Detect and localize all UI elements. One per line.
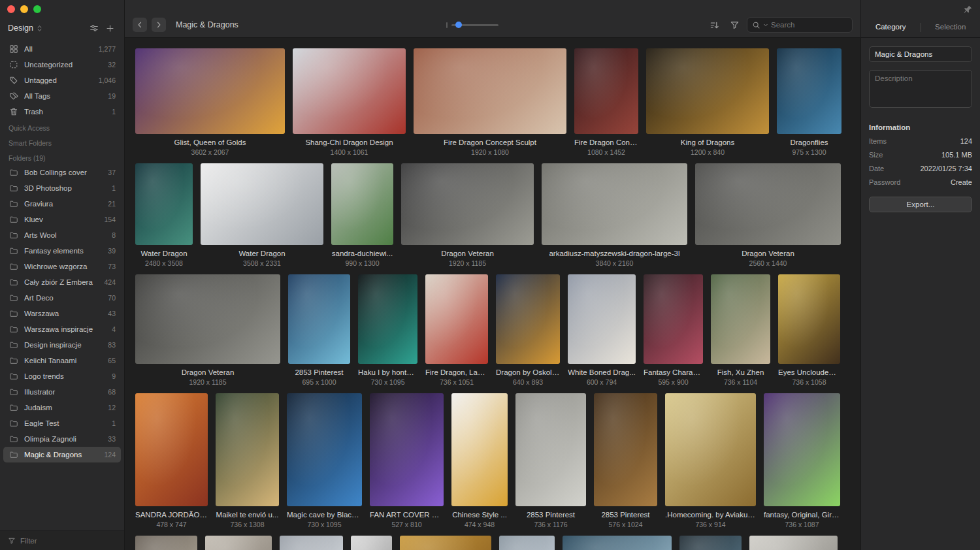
sidebar-folder-olimpia-zagnoli[interactable]: Olimpia Zagnoli33 <box>3 431 121 447</box>
zoom-slider-thumb[interactable] <box>455 22 462 28</box>
section-smart-folders[interactable]: Smart Folders <box>0 137 124 150</box>
sidebar-folder-arts-wool[interactable]: Arts Wool8 <box>3 227 121 243</box>
sort-folders-button[interactable] <box>88 22 101 35</box>
grid-item[interactable]: Fire Dragon Conc...1080 x 1452 <box>574 48 638 157</box>
grid-item[interactable]: Eyes Unclouded ...736 x 1058 <box>778 274 840 387</box>
grid-item[interactable]: Fire Dragon Concept Sculpt1920 x 1080 <box>414 48 566 157</box>
sidebar-folder-graviura[interactable]: Graviura21 <box>3 196 121 212</box>
grid-item[interactable]: Fire Dragon, Labr...736 x 1051 <box>425 274 488 387</box>
description-textarea[interactable] <box>869 70 972 108</box>
grid-item[interactable]: Maikel te envió u...736 x 1308 <box>216 393 279 529</box>
grid-item[interactable]: 2853 Pinterest695 x 1000 <box>288 274 350 387</box>
zoom-slider-track[interactable] <box>451 24 498 26</box>
grid-item[interactable]: Shang-Chi Dragon Design1400 x 1061 <box>293 48 406 157</box>
grid-item[interactable] <box>679 536 742 550</box>
grid-item[interactable]: Dragon by Oskolo...640 x 893 <box>496 274 560 387</box>
add-folder-button[interactable] <box>103 22 116 35</box>
tab-selection[interactable]: Selection <box>921 23 980 37</box>
grid-item[interactable]: fantasy, Original, Girl,...736 x 1087 <box>764 393 840 529</box>
sidebar-item-trash[interactable]: Trash1 <box>3 104 121 120</box>
section-quick-access[interactable]: Quick Access <box>0 121 124 135</box>
grid-item[interactable]: Magic cave by Black-...730 x 1095 <box>287 393 362 529</box>
grid-item[interactable]: Dragon Veteran1920 x 1185 <box>401 163 534 268</box>
grid-item[interactable] <box>280 536 343 550</box>
grid-item[interactable]: arkadiusz-matyszewski-dragon-large-3l384… <box>542 163 687 268</box>
zoom-slider[interactable] <box>446 22 498 28</box>
sidebar-folder-design-inspiracje[interactable]: Design inspiracje83 <box>3 337 121 353</box>
thumbnail-image <box>496 274 560 364</box>
sidebar-folder-kluev[interactable]: Kluev154 <box>3 212 121 227</box>
grid-item[interactable] <box>135 536 197 550</box>
chevron-down-icon[interactable] <box>763 22 768 27</box>
grid-item[interactable]: Water Dragon2480 x 3508 <box>135 163 193 268</box>
zoom-slider-tick <box>446 22 448 28</box>
sidebar-folder-art-deco[interactable]: Art Deco70 <box>3 290 121 306</box>
pin-icon[interactable] <box>963 5 973 14</box>
grid-item[interactable] <box>499 536 555 550</box>
sidebar-folder-bob-collings-cover[interactable]: Bob Collings cover37 <box>3 165 121 180</box>
minimize-button[interactable] <box>20 5 28 13</box>
folder-label: Illustrator <box>24 388 103 396</box>
password-create-link[interactable]: Create <box>951 178 972 186</box>
thumbnail-image <box>288 274 350 364</box>
funnel-icon <box>730 20 740 30</box>
grid-item[interactable] <box>205 536 272 550</box>
grid-item[interactable]: Dragon Veteran2560 x 1440 <box>695 163 841 268</box>
sidebar-folder-judaism[interactable]: Judaism12 <box>3 400 121 415</box>
section-folders[interactable]: Folders (19) <box>0 152 124 165</box>
grid-item[interactable] <box>749 536 838 550</box>
forward-button[interactable] <box>152 18 166 32</box>
grid-item[interactable]: sandra-duchiewi...990 x 1300 <box>331 163 393 268</box>
sidebar-folder-illustrator[interactable]: Illustrator68 <box>3 384 121 400</box>
sidebar-folder-ca-y-zbi-r-z-embera[interactable]: Cały zbiór Z Embera424 <box>3 274 121 290</box>
filter-input[interactable] <box>20 537 105 545</box>
sidebar-folder-wichrowe-wzgorza[interactable]: Wichrowe wzgorza73 <box>3 259 121 274</box>
grid-item[interactable]: 2853 Pinterest736 x 1176 <box>515 393 586 529</box>
grid-item[interactable]: Dragon Veteran1920 x 1185 <box>135 274 280 387</box>
sidebar-folder-fantasy-elements[interactable]: Fantasy elements39 <box>3 243 121 259</box>
sidebar-item-untagged[interactable]: Untagged1,046 <box>3 73 121 88</box>
sidebar-item-all-tags[interactable]: All Tags19 <box>3 88 121 104</box>
sidebar-folder-magic-dragons[interactable]: Magic & Dragons124 <box>3 447 121 462</box>
sidebar-item-uncategorized[interactable]: Uncategorized32 <box>3 57 121 73</box>
sidebar-item-all[interactable]: All1,277 <box>3 41 121 57</box>
grid-item[interactable]: 2853 Pinterest576 x 1024 <box>594 393 657 529</box>
thumbnail-caption: 2853 Pinterest736 x 1176 <box>515 510 586 529</box>
search-box[interactable] <box>747 17 853 33</box>
sidebar-folder-3d-photoshop[interactable]: 3D Photoshop1 <box>3 180 121 196</box>
sidebar-folder-warszawa[interactable]: Warszawa43 <box>3 306 121 321</box>
grid-item[interactable] <box>400 536 491 550</box>
thumbnail-dims: 576 x 1024 <box>594 521 657 529</box>
back-button[interactable] <box>133 18 147 32</box>
search-input[interactable] <box>771 21 847 29</box>
grid-item[interactable]: Dragonflies975 x 1300 <box>777 48 841 157</box>
grid-item[interactable] <box>563 536 672 550</box>
sort-button[interactable] <box>706 17 722 33</box>
sidebar-folder-eagle-test[interactable]: Eagle Test1 <box>3 415 121 431</box>
folder-count: 424 <box>104 278 116 286</box>
thumbnail-title: Fire Dragon Concept Sculpt <box>414 138 566 147</box>
grid-item[interactable]: Glist, Queen of Golds3602 x 2067 <box>135 48 285 157</box>
grid-item[interactable]: Fish, Xu Zhen736 x 1104 <box>711 274 770 387</box>
sidebar-folder-logo-trends[interactable]: Logo trends9 <box>3 368 121 384</box>
close-button[interactable] <box>7 5 15 13</box>
sidebar-folder-keiichi-tanaami[interactable]: Keiichi Tanaami65 <box>3 353 121 368</box>
grid-item[interactable]: White Boned Drag...600 x 794 <box>568 274 636 387</box>
sidebar-folder-warszawa-inspiracje[interactable]: Warszawa inspiracje4 <box>3 321 121 337</box>
filter-button[interactable] <box>727 17 742 33</box>
chevron-up-down-icon[interactable] <box>36 25 43 32</box>
grid-item[interactable]: Haku I by hontor...730 x 1095 <box>358 274 417 387</box>
grid-item[interactable]: SANDRA JORDÃO o...478 x 747 <box>135 393 208 529</box>
grid-item[interactable] <box>351 536 392 550</box>
zoom-window-button[interactable] <box>33 5 41 13</box>
grid-item[interactable]: FAN ART COVER WA...527 x 810 <box>370 393 444 529</box>
grid-item[interactable]: Water Dragon3508 x 2331 <box>201 163 323 268</box>
tab-category[interactable]: Category <box>861 23 921 37</box>
export-button[interactable]: Export... <box>869 197 972 212</box>
grid-item[interactable]: Chinese Style ...474 x 948 <box>451 393 508 529</box>
category-name-input[interactable] <box>869 46 972 62</box>
grid-item[interactable]: .Homecoming. by Aviaku ...736 x 914 <box>665 393 756 529</box>
grid-item[interactable]: Fantasy Charact...595 x 900 <box>644 274 703 387</box>
grid-item[interactable]: King of Dragons1200 x 840 <box>646 48 769 157</box>
library-name[interactable]: Design <box>8 24 33 33</box>
